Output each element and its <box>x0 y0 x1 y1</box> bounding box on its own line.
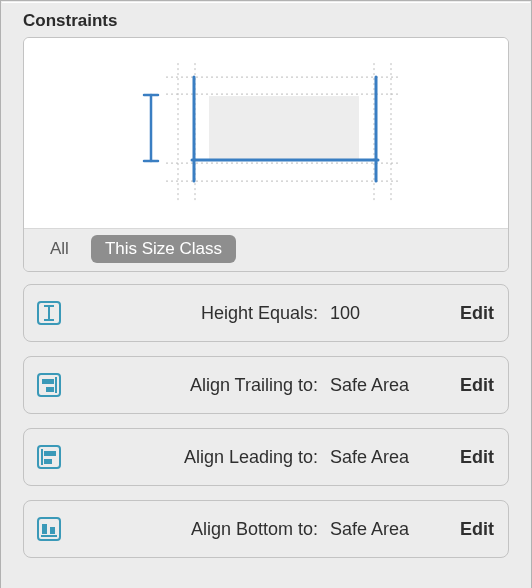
constraint-value: Safe Area <box>324 375 444 396</box>
svg-rect-25 <box>44 459 52 464</box>
constraint-list: Height Equals: 100 Edit Align Trailing t… <box>1 272 531 558</box>
edit-button[interactable]: Edit <box>444 375 494 396</box>
height-icon <box>34 298 64 328</box>
section-title: Constraints <box>1 1 531 37</box>
constraints-diagram[interactable] <box>24 38 508 228</box>
tab-this-size-class[interactable]: This Size Class <box>91 235 236 263</box>
constraint-label: Align Leading to: <box>64 447 324 468</box>
edit-button[interactable]: Edit <box>444 519 494 540</box>
align-bottom-icon <box>34 514 64 544</box>
constraint-value: Safe Area <box>324 519 444 540</box>
constraint-row[interactable]: Height Equals: 100 Edit <box>23 284 509 342</box>
constraint-row[interactable]: Align Leading to: Safe Area Edit <box>23 428 509 486</box>
svg-rect-21 <box>46 387 54 392</box>
svg-rect-24 <box>44 451 56 456</box>
svg-rect-28 <box>42 524 47 534</box>
constraints-panel: Constraints <box>0 0 532 588</box>
align-trailing-icon <box>34 370 64 400</box>
tab-all[interactable]: All <box>42 235 77 263</box>
constraint-row[interactable]: Align Bottom to: Safe Area Edit <box>23 500 509 558</box>
constraints-preview-wrap: All This Size Class <box>23 37 509 272</box>
constraint-label: Align Trailing to: <box>64 375 324 396</box>
edit-button[interactable]: Edit <box>444 303 494 324</box>
constraint-row[interactable]: Align Trailing to: Safe Area Edit <box>23 356 509 414</box>
svg-rect-29 <box>50 527 55 534</box>
edit-button[interactable]: Edit <box>444 447 494 468</box>
constraint-label: Align Bottom to: <box>64 519 324 540</box>
svg-rect-20 <box>42 379 54 384</box>
svg-rect-8 <box>209 96 359 160</box>
align-leading-icon <box>34 442 64 472</box>
constraints-filter-bar: All This Size Class <box>24 228 508 271</box>
constraint-value: Safe Area <box>324 447 444 468</box>
constraint-label: Height Equals: <box>64 303 324 324</box>
constraint-value: 100 <box>324 303 444 324</box>
